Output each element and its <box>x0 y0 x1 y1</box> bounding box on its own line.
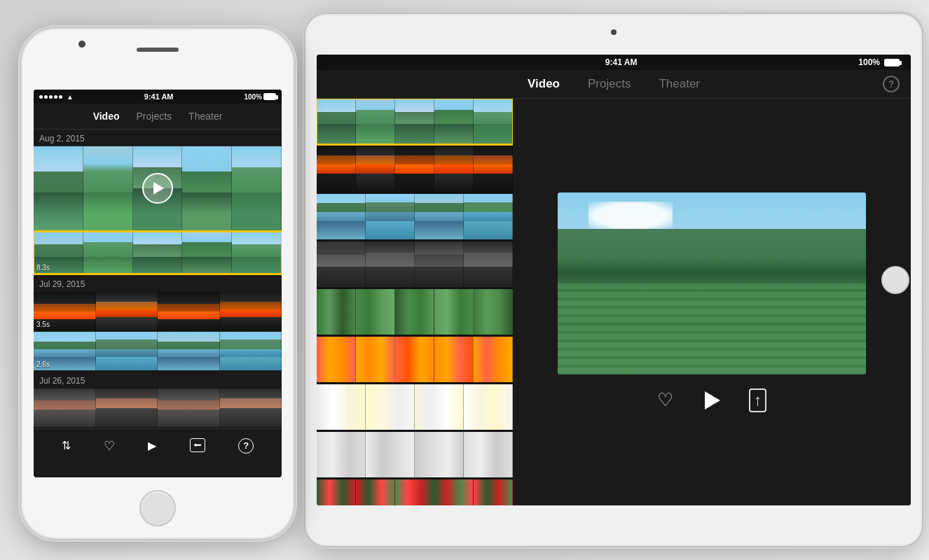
help-button[interactable]: ? <box>238 438 254 454</box>
play-button-overlay[interactable] <box>142 173 173 204</box>
iphone-speaker <box>137 48 179 52</box>
ipad-tab-video[interactable]: Video <box>528 77 560 91</box>
iphone-screen: ▲ 9:41 AM 100% Video Projects Theater Au… <box>34 90 282 477</box>
share-button[interactable]: ⬆ <box>190 438 205 452</box>
ipad-battery-percent: 100% <box>858 57 880 67</box>
ipad-share-button[interactable]: ↑ <box>749 388 766 412</box>
ipad-video-controls: ♡ ↑ <box>657 388 766 412</box>
iphone-home-button[interactable] <box>139 490 176 526</box>
sort-button[interactable]: ⇅ <box>62 439 71 452</box>
date-header-jul26: Jul 26, 2015 <box>34 372 282 388</box>
video-duration-26s: 2.6s <box>36 360 50 368</box>
iphone-content: Aug 2, 2015 <box>34 130 282 428</box>
ipad-tab-projects[interactable]: Projects <box>588 77 631 91</box>
ipad-like-button[interactable]: ♡ <box>657 389 673 411</box>
iphone-statusbar: ▲ 9:41 AM 100% <box>34 90 282 104</box>
video-strip-water[interactable]: 2.6s <box>34 332 282 370</box>
ipad-home-button[interactable] <box>881 266 909 294</box>
ipad-strip-food[interactable] <box>317 337 513 382</box>
iphone-camera <box>78 41 85 48</box>
date-header-aug2: Aug 2, 2015 <box>34 130 282 146</box>
ipad-strip-bike[interactable] <box>317 241 513 287</box>
ipad-strip-fire[interactable] <box>317 146 513 192</box>
iphone-tab-theater[interactable]: Theater <box>186 109 225 123</box>
ipad-help-button[interactable]: ? <box>883 76 900 92</box>
iphone-time: 9:41 AM <box>144 92 174 101</box>
play-button[interactable]: ▶ <box>148 439 156 452</box>
ipad-preview-panel: ♡ ↑ <box>513 99 911 505</box>
video-strip-selected[interactable]: 8.3s <box>34 232 282 274</box>
ipad-camera <box>611 29 617 35</box>
ipad-video-preview <box>558 192 866 374</box>
ipad-strip-veg[interactable] <box>317 289 513 335</box>
ipad-strip-market2[interactable] <box>317 432 513 477</box>
date-header-jul29: Jul 29, 2015 <box>34 275 282 292</box>
ipad-strip-mountain[interactable] <box>317 99 513 144</box>
ipad-screen: 9:41 AM 100% Video Projects Theater ? <box>317 55 911 505</box>
video-strip-mountain-main[interactable] <box>34 146 282 230</box>
scene: ▲ 9:41 AM 100% Video Projects Theater Au… <box>0 0 929 560</box>
iphone-tab-projects[interactable]: Projects <box>134 109 175 123</box>
ipad-filmstrip <box>317 99 513 505</box>
preview-terraces <box>558 284 866 374</box>
ipad-main: ♡ ↑ <box>317 99 911 505</box>
video-duration-35s: 3.5s <box>36 321 50 328</box>
ipad-nav: Video Projects Theater ? <box>317 70 911 99</box>
iphone-device: ▲ 9:41 AM 100% Video Projects Theater Au… <box>21 28 294 539</box>
battery-percent: 100% <box>244 93 262 101</box>
ipad-play-button[interactable] <box>701 391 721 410</box>
iphone-nav: Video Projects Theater <box>34 104 282 130</box>
play-icon <box>705 391 720 410</box>
ipad-tab-theater[interactable]: Theater <box>659 77 700 91</box>
ipad-time: 9:41 AM <box>605 57 638 67</box>
iphone-toolbar: ⇅ ♡ ▶ ⬆ ? <box>34 428 282 462</box>
like-button[interactable]: ♡ <box>104 438 115 454</box>
video-duration-83s: 8.3s <box>36 264 50 272</box>
ipad-strip-water[interactable] <box>317 194 513 239</box>
ipad-device: 9:41 AM 100% Video Projects Theater ? <box>305 14 922 546</box>
video-strip-fire[interactable]: 3.5s <box>34 292 282 330</box>
preview-clouds <box>589 202 673 230</box>
ipad-statusbar: 9:41 AM 100% <box>317 55 911 70</box>
ipad-strip-market[interactable] <box>317 384 513 430</box>
ipad-strip-pepper[interactable] <box>317 479 513 505</box>
video-strip-village[interactable] <box>34 388 282 427</box>
play-triangle-icon <box>153 182 164 195</box>
iphone-tab-video[interactable]: Video <box>90 109 123 123</box>
wifi-icon: ▲ <box>67 93 74 101</box>
